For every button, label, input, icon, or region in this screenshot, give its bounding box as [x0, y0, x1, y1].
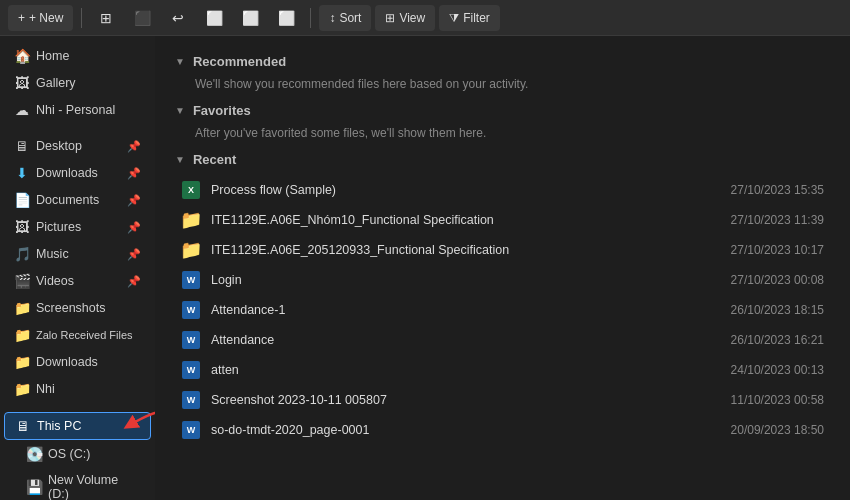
folder-icon: 📁 [180, 239, 202, 261]
view-icon: ⊞ [385, 11, 395, 25]
sort-button[interactable]: ↕ Sort [319, 5, 371, 31]
cloud-icon: ☁ [14, 102, 30, 118]
file-name: Process flow (Sample) [211, 183, 721, 197]
sidebar-label-zalo: Zalo Received Files [36, 329, 133, 341]
file-date: 27/10/2023 10:17 [731, 243, 824, 257]
file-date: 27/10/2023 00:08 [731, 273, 824, 287]
pin-icon-videos: 📌 [127, 275, 141, 288]
toolbar-icon-1[interactable]: ⊞ [90, 5, 122, 31]
folder-icon: 📁 [180, 209, 202, 231]
sidebar-item-nhi[interactable]: 📁 Nhi [4, 376, 151, 402]
file-date: 24/10/2023 00:13 [731, 363, 824, 377]
toolbar-icon-5[interactable]: ⬜ [234, 5, 266, 31]
word-icon: W [182, 421, 200, 439]
nhi-icon: 📁 [14, 381, 30, 397]
recommended-section-header[interactable]: ▼ Recommended [175, 54, 830, 69]
content-area: ▼ Recommended We'll show you recommended… [155, 36, 850, 500]
new-button[interactable]: + + New [8, 5, 73, 31]
home-icon: 🏠 [14, 48, 30, 64]
file-row[interactable]: W Attendance-1 26/10/2023 18:15 [175, 295, 830, 325]
sidebar-label-nhi: Nhi - Personal [36, 103, 115, 117]
favorites-section-header[interactable]: ▼ Favorites [175, 103, 830, 118]
toolbar-separator [81, 8, 82, 28]
recent-label: Recent [193, 152, 236, 167]
file-name: ITE1129E.A06E_Nhóm10_Functional Specific… [211, 213, 721, 227]
music-icon: 🎵 [14, 246, 30, 262]
file-row[interactable]: W so-do-tmdt-2020_page-0001 20/09/2023 1… [175, 415, 830, 445]
file-row[interactable]: X Process flow (Sample) 27/10/2023 15:35 [175, 175, 830, 205]
recommended-desc: We'll show you recommended files here ba… [195, 77, 830, 91]
file-row[interactable]: W Screenshot 2023-10-11 005807 11/10/202… [175, 385, 830, 415]
sidebar-item-desktop[interactable]: 🖥 Desktop 📌 [4, 133, 151, 159]
new-volume-icon: 💾 [26, 479, 42, 495]
chevron-recent: ▼ [175, 154, 185, 165]
new-icon: + [18, 11, 25, 25]
sidebar-label-nhi2: Nhi [36, 382, 55, 396]
favorites-desc: After you've favorited some files, we'll… [195, 126, 830, 140]
desktop-icon: 🖥 [14, 138, 30, 154]
sidebar-label-this-pc: This PC [37, 419, 81, 433]
file-date: 27/10/2023 15:35 [731, 183, 824, 197]
sidebar: 🏠 Home 🖼 Gallery ☁ Nhi - Personal 🖥 Desk… [0, 36, 155, 500]
sidebar-item-videos[interactable]: 🎬 Videos 📌 [4, 268, 151, 294]
sidebar-item-new-volume[interactable]: 💾 New Volume (D:) [4, 468, 151, 500]
downloads2-icon: 📁 [14, 354, 30, 370]
file-row[interactable]: W atten 24/10/2023 00:13 [175, 355, 830, 385]
sidebar-label-music: Music [36, 247, 69, 261]
os-c-icon: 💽 [26, 446, 42, 462]
chevron-recommended: ▼ [175, 56, 185, 67]
recent-section-header[interactable]: ▼ Recent [175, 152, 830, 167]
sidebar-item-documents[interactable]: 📄 Documents 📌 [4, 187, 151, 213]
sidebar-item-screenshots[interactable]: 📁 Screenshots [4, 295, 151, 321]
view-button[interactable]: ⊞ View [375, 5, 435, 31]
chevron-favorites: ▼ [175, 105, 185, 116]
sidebar-item-gallery[interactable]: 🖼 Gallery [4, 70, 151, 96]
sidebar-item-downloads2[interactable]: 📁 Downloads [4, 349, 151, 375]
sidebar-item-home[interactable]: 🏠 Home [4, 43, 151, 69]
sidebar-item-os-c[interactable]: 💽 OS (C:) [4, 441, 151, 467]
downloads-icon: ⬇ [14, 165, 30, 181]
file-row[interactable]: 📁 ITE1129E.A06E_Nhóm10_Functional Specif… [175, 205, 830, 235]
favorites-label: Favorites [193, 103, 251, 118]
file-name: atten [211, 363, 721, 377]
toolbar-icon-6[interactable]: ⬜ [270, 5, 302, 31]
pin-icon-desktop: 📌 [127, 140, 141, 153]
sidebar-label-pictures: Pictures [36, 220, 81, 234]
sidebar-label-documents: Documents [36, 193, 99, 207]
sidebar-label-downloads: Downloads [36, 166, 98, 180]
toolbar-icon-4[interactable]: ⬜ [198, 5, 230, 31]
word-icon: W [182, 331, 200, 349]
file-row[interactable]: W Attendance 26/10/2023 16:21 [175, 325, 830, 355]
sidebar-label-downloads2: Downloads [36, 355, 98, 369]
pin-icon-downloads: 📌 [127, 167, 141, 180]
toolbar-separator2 [310, 8, 311, 28]
sidebar-label-os-c: OS (C:) [48, 447, 90, 461]
sidebar-label-videos: Videos [36, 274, 74, 288]
filter-button[interactable]: ⧩ Filter [439, 5, 500, 31]
sidebar-item-zalo[interactable]: 📁 Zalo Received Files [4, 322, 151, 348]
pin-icon-documents: 📌 [127, 194, 141, 207]
sidebar-item-music[interactable]: 🎵 Music 📌 [4, 241, 151, 267]
sidebar-gap2 [0, 403, 155, 411]
red-arrow-annotation [120, 405, 155, 445]
file-name: Login [211, 273, 721, 287]
toolbar-icon-2[interactable]: ⬛ [126, 5, 158, 31]
file-row[interactable]: W Login 27/10/2023 00:08 [175, 265, 830, 295]
file-date: 11/10/2023 00:58 [731, 393, 824, 407]
word-icon: W [182, 271, 200, 289]
pin-icon-music: 📌 [127, 248, 141, 261]
file-list: X Process flow (Sample) 27/10/2023 15:35… [175, 175, 830, 445]
file-date: 20/09/2023 18:50 [731, 423, 824, 437]
sidebar-item-pictures[interactable]: 🖼 Pictures 📌 [4, 214, 151, 240]
sidebar-item-this-pc[interactable]: 🖥 This PC [4, 412, 151, 440]
word-icon: W [182, 361, 200, 379]
excel-icon: X [182, 181, 200, 199]
videos-icon: 🎬 [14, 273, 30, 289]
file-row[interactable]: 📁 ITE1129E.A06E_205120933_Functional Spe… [175, 235, 830, 265]
sidebar-label-screenshots: Screenshots [36, 301, 105, 315]
file-date: 26/10/2023 16:21 [731, 333, 824, 347]
sidebar-item-downloads[interactable]: ⬇ Downloads 📌 [4, 160, 151, 186]
toolbar-icon-3[interactable]: ↩ [162, 5, 194, 31]
screenshots-icon: 📁 [14, 300, 30, 316]
sidebar-item-nhi-personal[interactable]: ☁ Nhi - Personal [4, 97, 151, 123]
